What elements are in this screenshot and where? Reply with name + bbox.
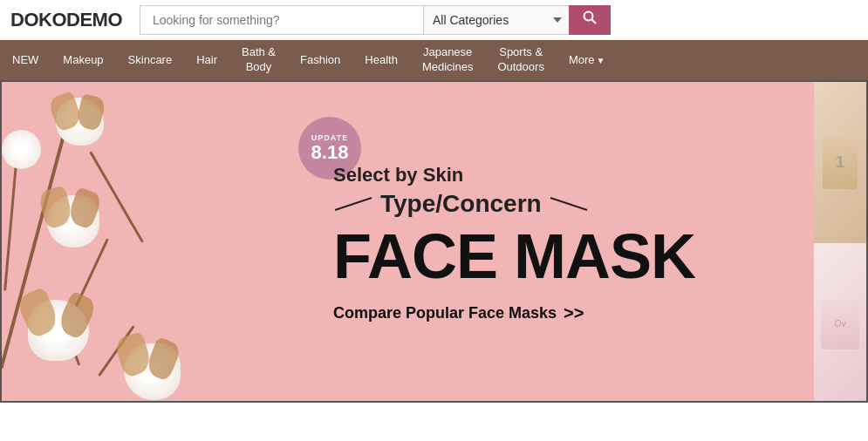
banner-content: Select by Skin Type/Concern FACE MASK Co… [298,82,814,403]
nav-item-more[interactable]: More▼ [557,40,618,80]
nav-item-fashion[interactable]: Fashion [288,40,352,80]
banner[interactable]: UPDATE 8.18 Select by Skin Type/Concern … [0,80,868,403]
compare-link[interactable]: Compare Popular Face Masks >> [333,303,584,323]
more-chevron-icon: ▼ [597,55,605,66]
category-select[interactable]: All Categories Makeup Skincare Hair Bath… [423,5,569,35]
left-slash-icon [333,196,373,212]
cotton-plant-art [2,82,281,403]
logo[interactable]: DOKODEMO [10,9,122,31]
type-concern-label: Type/Concern [380,190,542,218]
nav-item-bath-body[interactable]: Bath &Body [229,40,288,80]
nav-item-new[interactable]: NEW [0,40,51,80]
header: DOKODEMO All Categories Makeup Skincare … [0,0,868,40]
select-by-skin-text: Select by Skin [333,164,463,187]
search-input[interactable] [140,5,423,35]
product-card-2[interactable]: Ov [814,243,866,403]
nav-item-sports-outdoors[interactable]: Sports &Outdoors [485,40,556,80]
type-concern-text: Type/Concern [333,190,589,218]
banner-products: 1 Ov [814,82,866,403]
navigation: NEW Makeup Skincare Hair Bath &Body Fash… [0,40,868,80]
search-container: All Categories Makeup Skincare Hair Bath… [140,5,611,35]
search-icon [583,10,597,24]
compare-arrows: >> [564,303,584,323]
right-deco-line [549,190,589,218]
svg-line-1 [592,20,597,24]
nav-item-health[interactable]: Health [352,40,410,80]
nav-item-japanese-medicines[interactable]: JapaneseMedicines [410,40,486,80]
svg-line-2 [335,198,372,210]
svg-line-3 [550,198,587,210]
right-slash-icon [549,196,589,212]
nav-item-hair[interactable]: Hair [184,40,229,80]
svg-point-0 [584,12,593,21]
product-card-1[interactable]: 1 [814,82,866,243]
search-button[interactable] [569,5,611,35]
nav-item-makeup[interactable]: Makeup [51,40,115,80]
compare-text: Compare Popular Face Masks [333,304,557,322]
left-deco-line [333,190,373,218]
face-mask-title: FACE MASK [333,225,695,288]
nav-item-skincare[interactable]: Skincare [116,40,185,80]
